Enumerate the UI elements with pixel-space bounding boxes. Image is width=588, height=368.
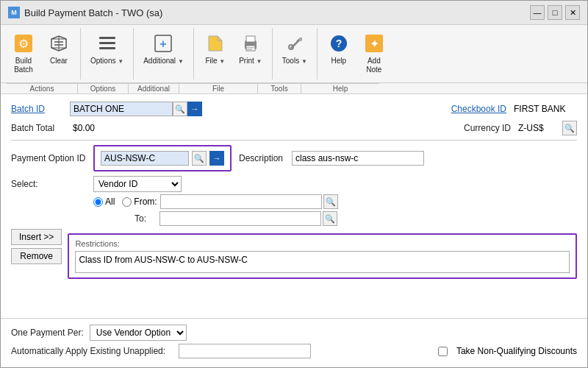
payment-option-id-input[interactable]: [101, 151, 189, 166]
restrictions-section: Restrictions: Class ID from AUS-NSW-C to…: [68, 233, 577, 279]
svg-text:✦: ✦: [369, 38, 379, 50]
title-bar-left: M Build Payment Batch - TWO (sa): [8, 7, 162, 18]
batch-id-arrow-button[interactable]: →: [187, 102, 202, 116]
help-button[interactable]: ? Help: [322, 28, 356, 69]
checkbook-id-value: FIRST BANK: [511, 102, 577, 116]
build-batch-label: BuildBatch: [14, 57, 33, 74]
take-non-qualifying-checkbox[interactable]: [438, 347, 448, 356]
one-payment-dropdown[interactable]: Use Vendor Option One Per Vendor One Per…: [90, 325, 187, 341]
from-search-button[interactable]: 🔍: [323, 194, 338, 209]
from-radio-label[interactable]: From:: [122, 197, 157, 207]
payment-option-id-label: Payment Option ID: [11, 153, 93, 163]
additional-label: Additional ▼: [143, 57, 184, 66]
to-search-button[interactable]: 🔍: [323, 211, 337, 226]
additional-icon: +: [151, 32, 175, 55]
help-icon: ?: [327, 32, 351, 55]
all-radio-label[interactable]: All: [93, 197, 115, 207]
batch-id-input[interactable]: [70, 102, 173, 116]
auto-apply-label: Automatically Apply Existing Unapplied:: [11, 346, 173, 356]
select-label: Select:: [11, 179, 93, 189]
add-note-button[interactable]: ✦ AddNote: [357, 28, 391, 78]
build-batch-icon: ⚙: [12, 32, 35, 55]
options-icon: [96, 32, 119, 55]
minimize-button[interactable]: —: [530, 5, 545, 20]
app-icon: M: [8, 7, 20, 18]
to-label: To:: [135, 213, 157, 224]
sep5: [317, 28, 318, 79]
print-label: Print ▼: [239, 57, 262, 66]
help-label: Help: [331, 57, 347, 66]
toolbar: ⚙ BuildBatch Clear: [1, 25, 587, 83]
svg-rect-3: [99, 42, 115, 44]
window-title: Build Payment Batch - TWO (sa): [24, 7, 162, 18]
content-area: Batch ID 🔍 → Checkbook ID FIRST BANK Bat…: [1, 94, 587, 318]
options-label: Options ▼: [90, 57, 123, 66]
all-radio[interactable]: [93, 197, 103, 207]
restrictions-label: Restrictions:: [75, 239, 570, 248]
svg-rect-8: [246, 36, 255, 42]
window-controls: — □ ✕: [530, 5, 580, 20]
options-button[interactable]: Options ▼: [85, 28, 129, 69]
batch-id-label[interactable]: Batch ID: [11, 104, 70, 114]
remove-button[interactable]: Remove: [11, 248, 62, 264]
sep4: [272, 28, 273, 79]
print-icon: [239, 32, 262, 55]
checkbook-id-label[interactable]: Checkbook ID: [440, 104, 506, 114]
svg-text:⚙: ⚙: [18, 38, 29, 50]
clear-button[interactable]: Clear: [42, 28, 76, 69]
sep3: [193, 28, 194, 79]
one-payment-label: One Payment Per:: [11, 328, 84, 338]
to-input[interactable]: [159, 211, 321, 226]
additional-button[interactable]: + Additional ▼: [138, 28, 189, 69]
insert-remove-column: Insert >> Remove: [11, 229, 62, 264]
description-label: Description: [239, 153, 292, 163]
description-input[interactable]: [292, 151, 424, 166]
insert-button[interactable]: Insert >>: [11, 229, 62, 245]
from-radio[interactable]: [122, 197, 132, 207]
svg-text:+: +: [160, 38, 167, 50]
divider1: [11, 140, 577, 141]
from-input[interactable]: [160, 194, 322, 209]
title-bar: M Build Payment Batch - TWO (sa) — □ ✕: [1, 1, 587, 25]
clear-icon: [47, 32, 71, 55]
batch-id-row: Batch ID 🔍 → Checkbook ID FIRST BANK: [11, 102, 577, 116]
all-from-row: All From: 🔍: [93, 194, 577, 209]
print-button[interactable]: Print ▼: [234, 28, 268, 69]
one-payment-row: One Payment Per: Use Vendor Option One P…: [11, 325, 577, 341]
select-dropdown[interactable]: Vendor ID Class ID: [93, 176, 182, 192]
select-row: Select: Vendor ID Class ID: [11, 176, 577, 192]
file-label: File ▼: [205, 57, 225, 66]
file-icon: [204, 32, 227, 55]
batch-total-value: $0.00: [70, 121, 173, 135]
maximize-button[interactable]: □: [548, 5, 562, 20]
payment-option-bordered: 🔍 →: [93, 145, 232, 171]
tools-label: Tools ▼: [282, 57, 307, 66]
tools-icon: [283, 32, 306, 55]
payment-option-arrow-button[interactable]: →: [209, 151, 224, 166]
bottom-section: One Payment Per: Use Vendor Option One P…: [1, 318, 587, 367]
svg-rect-10: [247, 47, 254, 49]
file-button[interactable]: File ▼: [198, 28, 232, 69]
close-button[interactable]: ✕: [565, 5, 580, 20]
batch-total-row: Batch Total $0.00 Currency ID Z-US$ 🔍: [11, 121, 577, 135]
currency-id-search-button[interactable]: 🔍: [562, 121, 577, 135]
auto-apply-row: Automatically Apply Existing Unapplied: …: [11, 344, 577, 358]
take-non-qualifying-label: Take Non-Qualifying Discounts: [456, 346, 577, 356]
add-note-label: AddNote: [366, 57, 381, 74]
clear-label: Clear: [50, 57, 68, 66]
svg-rect-4: [99, 47, 115, 49]
tools-button[interactable]: Tools ▼: [277, 28, 312, 69]
svg-rect-11: [247, 49, 252, 51]
payment-option-search-button[interactable]: 🔍: [192, 151, 207, 166]
to-row: To: 🔍: [93, 211, 577, 226]
batch-total-label: Batch Total: [11, 123, 70, 133]
main-window: M Build Payment Batch - TWO (sa) — □ ✕ ⚙…: [0, 0, 588, 368]
auto-apply-input[interactable]: [179, 344, 311, 358]
svg-rect-2: [99, 37, 115, 39]
batch-id-search-button[interactable]: 🔍: [173, 102, 187, 116]
restrictions-content: Class ID from AUS-NSW-C to AUS-NSW-C: [75, 251, 570, 273]
build-batch-button[interactable]: ⚙ BuildBatch: [7, 28, 40, 78]
currency-id-value: Z-US$: [515, 121, 559, 135]
sep2: [133, 28, 134, 79]
svg-text:?: ?: [336, 38, 343, 49]
